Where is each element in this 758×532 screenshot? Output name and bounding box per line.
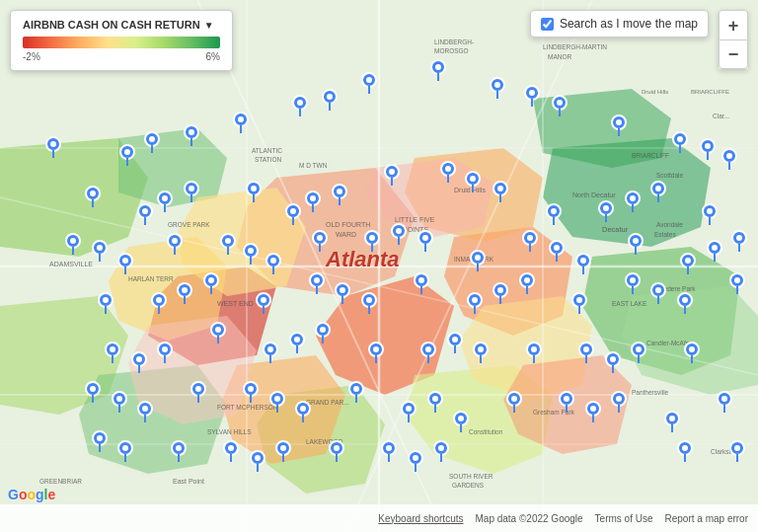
map-pin[interactable] — [312, 230, 330, 252]
map-pin[interactable] — [233, 112, 251, 133]
search-as-move-label[interactable]: Search as I move the map — [560, 17, 698, 31]
map-pin[interactable] — [408, 450, 425, 472]
map-pin[interactable] — [526, 342, 544, 363]
map-pin[interactable] — [414, 272, 431, 294]
map-pin[interactable] — [263, 342, 280, 363]
map-pin[interactable] — [144, 131, 162, 153]
map-pin[interactable] — [322, 89, 340, 111]
map-pin[interactable] — [717, 391, 734, 413]
map-pin[interactable] — [269, 391, 287, 413]
map-pin[interactable] — [85, 381, 103, 403]
map-pin[interactable] — [506, 391, 524, 413]
map-pin[interactable] — [571, 292, 589, 314]
search-control[interactable]: Search as I move the map — [530, 10, 709, 38]
map-pin[interactable] — [473, 342, 491, 363]
map-pin[interactable] — [585, 401, 603, 422]
map-pin[interactable] — [384, 164, 402, 186]
map-pin[interactable] — [348, 381, 366, 403]
map-pin[interactable] — [243, 243, 261, 265]
map-pin[interactable] — [335, 282, 352, 304]
keyboard-shortcuts-link[interactable]: Keyboard shortcuts — [378, 513, 463, 524]
map-pin[interactable] — [184, 124, 201, 146]
map-pin[interactable] — [285, 203, 303, 225]
map-pin[interactable] — [361, 72, 379, 94]
map-pin[interactable] — [105, 342, 122, 363]
map-pin[interactable] — [171, 440, 189, 462]
map-pin[interactable] — [650, 282, 668, 304]
map-pin[interactable] — [707, 240, 724, 262]
map-pin[interactable] — [519, 272, 537, 294]
map-pin[interactable] — [522, 230, 540, 252]
map-pin[interactable] — [177, 282, 194, 304]
map-pin[interactable] — [453, 411, 471, 432]
map-pin[interactable] — [559, 391, 576, 413]
map-pin[interactable] — [292, 95, 310, 116]
map-pin[interactable] — [391, 223, 409, 245]
map-pin[interactable] — [117, 440, 135, 462]
map-pin[interactable] — [575, 253, 593, 274]
map-pin[interactable] — [381, 440, 399, 462]
map-pin[interactable] — [117, 253, 135, 274]
map-pin[interactable] — [664, 411, 682, 432]
map-pin[interactable] — [265, 253, 283, 274]
map-pin[interactable] — [250, 450, 267, 472]
map-pin[interactable] — [433, 440, 451, 462]
map-pin[interactable] — [243, 381, 261, 403]
map-pin[interactable] — [465, 171, 483, 192]
map-pin[interactable] — [684, 342, 702, 363]
map-pin[interactable] — [210, 322, 228, 343]
map-pin[interactable] — [493, 282, 510, 304]
map-pin[interactable] — [256, 292, 273, 314]
map-pin[interactable] — [190, 381, 208, 403]
map-pin[interactable] — [45, 136, 63, 158]
map-pin[interactable] — [184, 181, 201, 202]
map-pin[interactable] — [119, 144, 137, 166]
map-pin[interactable] — [672, 131, 690, 153]
map-container[interactable]: ADAMSVILLE HARLAN TERR WEST END FORT MCP… — [0, 0, 758, 532]
map-pin[interactable] — [427, 391, 445, 413]
map-pin[interactable] — [490, 77, 507, 99]
map-pin[interactable] — [401, 401, 418, 422]
map-pin[interactable] — [92, 430, 110, 452]
map-pin[interactable] — [220, 233, 238, 255]
map-pin[interactable] — [552, 95, 569, 116]
map-pin[interactable] — [85, 186, 103, 207]
map-pin[interactable] — [598, 200, 616, 222]
map-pin[interactable] — [700, 138, 718, 160]
map-pin[interactable] — [470, 250, 488, 271]
map-pin[interactable] — [329, 440, 346, 462]
map-pin[interactable] — [702, 203, 720, 225]
map-pin[interactable] — [467, 292, 485, 314]
map-pin[interactable] — [246, 181, 264, 202]
map-pin[interactable] — [364, 230, 382, 252]
map-pin[interactable] — [137, 401, 155, 422]
map-pin[interactable] — [680, 253, 698, 274]
map-pin[interactable] — [631, 342, 648, 363]
map-pin[interactable] — [112, 391, 129, 413]
search-as-move-checkbox[interactable] — [541, 18, 554, 31]
map-pin[interactable] — [361, 292, 379, 314]
map-pin[interactable] — [729, 272, 747, 294]
map-pin[interactable] — [332, 184, 349, 205]
map-pin[interactable] — [524, 85, 542, 107]
map-pin[interactable] — [731, 230, 749, 252]
map-pin[interactable] — [305, 190, 323, 212]
map-pin[interactable] — [677, 292, 695, 314]
map-pin[interactable] — [729, 440, 747, 462]
map-pin[interactable] — [157, 190, 175, 212]
map-pin[interactable] — [625, 272, 643, 294]
legend-title[interactable]: AIRBNB CASH ON CASH RETURN ▼ — [23, 19, 220, 31]
map-pin[interactable] — [167, 233, 185, 255]
map-pin[interactable] — [605, 351, 623, 373]
map-pin[interactable] — [628, 233, 645, 255]
map-pin[interactable] — [546, 203, 564, 225]
map-pin[interactable] — [295, 401, 313, 422]
map-pin[interactable] — [625, 190, 643, 212]
map-pin[interactable] — [677, 440, 695, 462]
map-pin[interactable] — [368, 342, 386, 363]
report-error-link[interactable]: Report a map error — [665, 513, 748, 524]
map-pin[interactable] — [549, 240, 567, 262]
map-pin[interactable] — [137, 203, 155, 225]
map-pin[interactable] — [65, 233, 83, 255]
map-pin[interactable] — [309, 272, 327, 294]
